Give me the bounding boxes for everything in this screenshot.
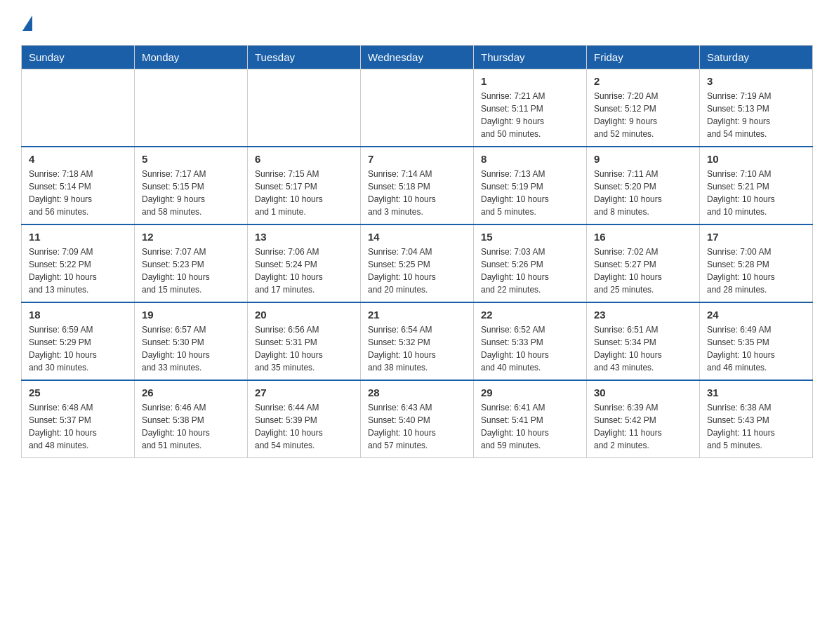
day-number: 27 — [255, 387, 353, 398]
day-number: 17 — [707, 231, 805, 243]
day-number: 11 — [29, 231, 127, 243]
day-info: Sunrise: 7:15 AM Sunset: 5:17 PM Dayligh… — [255, 168, 353, 218]
calendar-cell: 21Sunrise: 6:54 AM Sunset: 5:32 PM Dayli… — [361, 302, 474, 380]
day-number: 28 — [368, 387, 466, 398]
day-info: Sunrise: 6:38 AM Sunset: 5:43 PM Dayligh… — [707, 401, 805, 452]
calendar-cell: 5Sunrise: 7:17 AM Sunset: 5:15 PM Daylig… — [135, 147, 248, 224]
day-info: Sunrise: 7:13 AM Sunset: 5:19 PM Dayligh… — [481, 168, 579, 218]
calendar-cell: 2Sunrise: 7:20 AM Sunset: 5:12 PM Daylig… — [587, 69, 700, 147]
calendar-cell: 12Sunrise: 7:07 AM Sunset: 5:23 PM Dayli… — [135, 224, 248, 302]
day-info: Sunrise: 7:04 AM Sunset: 5:25 PM Dayligh… — [368, 246, 466, 296]
day-number: 5 — [142, 153, 240, 165]
day-number: 18 — [29, 309, 127, 321]
day-info: Sunrise: 7:06 AM Sunset: 5:24 PM Dayligh… — [255, 246, 353, 296]
day-number: 29 — [481, 387, 579, 398]
day-info: Sunrise: 6:57 AM Sunset: 5:30 PM Dayligh… — [142, 323, 240, 374]
calendar-cell: 31Sunrise: 6:38 AM Sunset: 5:43 PM Dayli… — [700, 380, 813, 458]
day-info: Sunrise: 7:20 AM Sunset: 5:12 PM Dayligh… — [594, 90, 692, 140]
calendar-cell: 7Sunrise: 7:14 AM Sunset: 5:18 PM Daylig… — [361, 147, 474, 224]
column-header-monday: Monday — [135, 46, 248, 69]
day-info: Sunrise: 7:17 AM Sunset: 5:15 PM Dayligh… — [142, 168, 240, 218]
day-number: 3 — [707, 75, 805, 87]
day-info: Sunrise: 6:52 AM Sunset: 5:33 PM Dayligh… — [481, 323, 579, 374]
day-number: 6 — [255, 153, 353, 165]
column-header-sunday: Sunday — [22, 46, 135, 69]
calendar-cell — [248, 69, 361, 147]
calendar-cell: 11Sunrise: 7:09 AM Sunset: 5:22 PM Dayli… — [22, 224, 135, 302]
day-number: 21 — [368, 309, 466, 321]
day-info: Sunrise: 7:03 AM Sunset: 5:26 PM Dayligh… — [481, 246, 579, 296]
day-info: Sunrise: 6:51 AM Sunset: 5:34 PM Dayligh… — [594, 323, 692, 374]
calendar-cell: 23Sunrise: 6:51 AM Sunset: 5:34 PM Dayli… — [587, 302, 700, 380]
page-header — [21, 14, 813, 31]
day-info: Sunrise: 7:09 AM Sunset: 5:22 PM Dayligh… — [29, 246, 127, 296]
day-number: 23 — [594, 309, 692, 321]
day-number: 1 — [481, 75, 579, 87]
calendar-cell: 6Sunrise: 7:15 AM Sunset: 5:17 PM Daylig… — [248, 147, 361, 224]
day-info: Sunrise: 7:07 AM Sunset: 5:23 PM Dayligh… — [142, 246, 240, 296]
calendar-cell: 9Sunrise: 7:11 AM Sunset: 5:20 PM Daylig… — [587, 147, 700, 224]
column-header-friday: Friday — [587, 46, 700, 69]
calendar-cell: 18Sunrise: 6:59 AM Sunset: 5:29 PM Dayli… — [22, 302, 135, 380]
day-info: Sunrise: 6:44 AM Sunset: 5:39 PM Dayligh… — [255, 401, 353, 452]
day-number: 4 — [29, 153, 127, 165]
day-info: Sunrise: 6:39 AM Sunset: 5:42 PM Dayligh… — [594, 401, 692, 452]
day-info: Sunrise: 6:46 AM Sunset: 5:38 PM Dayligh… — [142, 401, 240, 452]
day-number: 14 — [368, 231, 466, 243]
calendar-cell: 20Sunrise: 6:56 AM Sunset: 5:31 PM Dayli… — [248, 302, 361, 380]
day-number: 26 — [142, 387, 240, 398]
day-number: 19 — [142, 309, 240, 321]
day-info: Sunrise: 7:14 AM Sunset: 5:18 PM Dayligh… — [368, 168, 466, 218]
day-number: 15 — [481, 231, 579, 243]
column-header-thursday: Thursday — [474, 46, 587, 69]
day-number: 10 — [707, 153, 805, 165]
calendar-cell: 29Sunrise: 6:41 AM Sunset: 5:41 PM Dayli… — [474, 380, 587, 458]
day-number: 20 — [255, 309, 353, 321]
calendar-cell: 4Sunrise: 7:18 AM Sunset: 5:14 PM Daylig… — [22, 147, 135, 224]
day-info: Sunrise: 6:41 AM Sunset: 5:41 PM Dayligh… — [481, 401, 579, 452]
calendar-cell: 25Sunrise: 6:48 AM Sunset: 5:37 PM Dayli… — [22, 380, 135, 458]
day-info: Sunrise: 6:54 AM Sunset: 5:32 PM Dayligh… — [368, 323, 466, 374]
day-info: Sunrise: 6:59 AM Sunset: 5:29 PM Dayligh… — [29, 323, 127, 374]
day-number: 12 — [142, 231, 240, 243]
day-info: Sunrise: 7:21 AM Sunset: 5:11 PM Dayligh… — [481, 90, 579, 140]
calendar-cell: 17Sunrise: 7:00 AM Sunset: 5:28 PM Dayli… — [700, 224, 813, 302]
calendar-week-row: 11Sunrise: 7:09 AM Sunset: 5:22 PM Dayli… — [22, 224, 813, 302]
calendar-cell: 8Sunrise: 7:13 AM Sunset: 5:19 PM Daylig… — [474, 147, 587, 224]
day-info: Sunrise: 6:43 AM Sunset: 5:40 PM Dayligh… — [368, 401, 466, 452]
day-info: Sunrise: 7:11 AM Sunset: 5:20 PM Dayligh… — [594, 168, 692, 218]
calendar-week-row: 4Sunrise: 7:18 AM Sunset: 5:14 PM Daylig… — [22, 147, 813, 224]
day-info: Sunrise: 7:00 AM Sunset: 5:28 PM Dayligh… — [707, 246, 805, 296]
logo — [21, 14, 32, 31]
calendar-cell: 19Sunrise: 6:57 AM Sunset: 5:30 PM Dayli… — [135, 302, 248, 380]
logo-triangle-icon — [22, 15, 32, 31]
calendar-cell: 30Sunrise: 6:39 AM Sunset: 5:42 PM Dayli… — [587, 380, 700, 458]
calendar-cell: 15Sunrise: 7:03 AM Sunset: 5:26 PM Dayli… — [474, 224, 587, 302]
day-number: 2 — [594, 75, 692, 87]
day-info: Sunrise: 7:02 AM Sunset: 5:27 PM Dayligh… — [594, 246, 692, 296]
calendar-week-row: 18Sunrise: 6:59 AM Sunset: 5:29 PM Dayli… — [22, 302, 813, 380]
calendar-cell: 22Sunrise: 6:52 AM Sunset: 5:33 PM Dayli… — [474, 302, 587, 380]
calendar-cell: 28Sunrise: 6:43 AM Sunset: 5:40 PM Dayli… — [361, 380, 474, 458]
day-number: 13 — [255, 231, 353, 243]
day-info: Sunrise: 6:56 AM Sunset: 5:31 PM Dayligh… — [255, 323, 353, 374]
calendar-cell — [135, 69, 248, 147]
calendar-cell — [361, 69, 474, 147]
calendar-header-row: SundayMondayTuesdayWednesdayThursdayFrid… — [22, 46, 813, 69]
day-number: 25 — [29, 387, 127, 398]
column-header-saturday: Saturday — [700, 46, 813, 69]
day-number: 16 — [594, 231, 692, 243]
day-info: Sunrise: 6:49 AM Sunset: 5:35 PM Dayligh… — [707, 323, 805, 374]
day-number: 8 — [481, 153, 579, 165]
day-info: Sunrise: 7:18 AM Sunset: 5:14 PM Dayligh… — [29, 168, 127, 218]
calendar-week-row: 1Sunrise: 7:21 AM Sunset: 5:11 PM Daylig… — [22, 69, 813, 147]
calendar-cell: 24Sunrise: 6:49 AM Sunset: 5:35 PM Dayli… — [700, 302, 813, 380]
calendar-table: SundayMondayTuesdayWednesdayThursdayFrid… — [21, 45, 813, 458]
calendar-cell: 10Sunrise: 7:10 AM Sunset: 5:21 PM Dayli… — [700, 147, 813, 224]
calendar-cell — [22, 69, 135, 147]
day-info: Sunrise: 6:48 AM Sunset: 5:37 PM Dayligh… — [29, 401, 127, 452]
calendar-cell: 26Sunrise: 6:46 AM Sunset: 5:38 PM Dayli… — [135, 380, 248, 458]
day-number: 7 — [368, 153, 466, 165]
calendar-cell: 14Sunrise: 7:04 AM Sunset: 5:25 PM Dayli… — [361, 224, 474, 302]
day-number: 9 — [594, 153, 692, 165]
